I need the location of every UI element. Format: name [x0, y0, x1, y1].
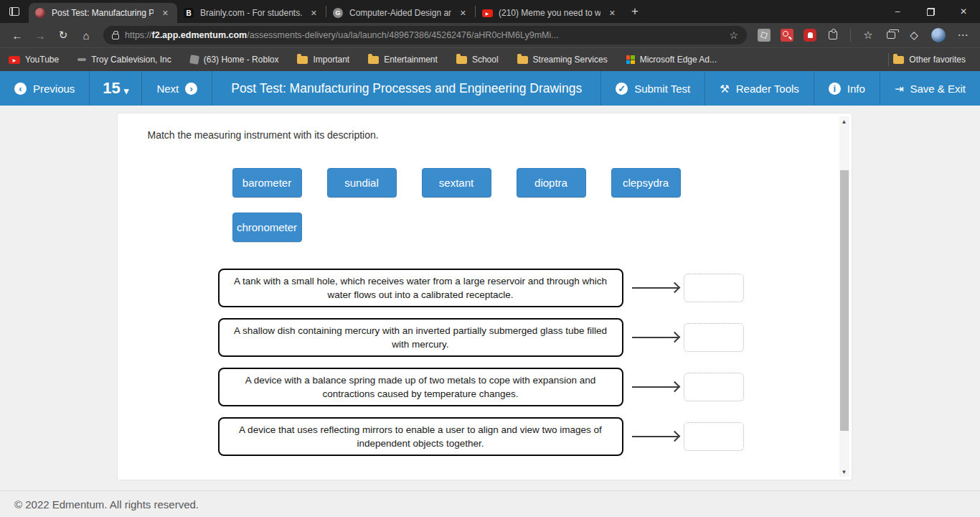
tab-title: Post Test: Manufacturing Process [52, 8, 154, 18]
next-button[interactable]: Next › [142, 71, 212, 106]
tile-sextant[interactable]: sextant [422, 168, 491, 197]
back-icon[interactable]: ← [7, 26, 27, 45]
previous-button[interactable]: ‹ Previous [0, 71, 89, 106]
scroll-down-icon[interactable]: ▼ [842, 467, 847, 477]
arrow-icon [632, 386, 678, 388]
forward-icon[interactable]: → [30, 26, 50, 45]
bookmark-roblox[interactable]: (63) Home - Roblox [190, 55, 279, 65]
collections-icon[interactable] [887, 32, 895, 39]
card-scrollbar[interactable]: ▲ ▼ [839, 116, 849, 477]
tile-barometer[interactable]: barometer [232, 168, 302, 197]
favorites-star-icon[interactable]: ☆ [858, 26, 878, 45]
arrow-icon [632, 287, 678, 289]
vertical-tabs-icon [9, 7, 19, 16]
reader-tools-button[interactable]: ⚒ Reader Tools [705, 71, 814, 106]
extensions-puzzle-icon[interactable] [829, 31, 837, 39]
minimize-button[interactable]: – [881, 0, 914, 23]
tab-actions-menu-button[interactable] [0, 0, 29, 23]
brainly-favicon-icon: B [183, 7, 194, 19]
sign-out-icon: ⇥ [895, 83, 904, 94]
bookmark-folder-important[interactable]: Important [297, 55, 349, 65]
tile-dioptra[interactable]: dioptra [517, 168, 586, 197]
tab-close-icon[interactable]: ✕ [457, 7, 469, 19]
bookmark-youtube[interactable]: ▶YouTube [9, 55, 59, 65]
bookmark-folder-entertainment[interactable]: Entertainment [368, 55, 438, 65]
tab-title: Brainly.com - For students. By st [200, 8, 302, 18]
tab-cad[interactable]: G Computer-Aided Design and Pro ✕ [326, 3, 475, 23]
tab-close-icon[interactable]: ✕ [159, 7, 171, 19]
scroll-up-icon[interactable]: ▲ [842, 116, 847, 126]
new-tab-button[interactable]: + [624, 1, 646, 22]
answer-drop-zone[interactable] [684, 373, 744, 401]
arrow-left-circle-icon: ‹ [14, 83, 27, 95]
home-icon[interactable]: ⌂ [76, 26, 96, 45]
restore-button[interactable] [914, 0, 947, 23]
roblox-extension-icon[interactable] [758, 29, 771, 42]
match-row: A device with a balance spring made up o… [218, 368, 852, 406]
tab-close-icon[interactable]: ✕ [308, 7, 320, 19]
bookmark-folder-streaming[interactable]: Streaming Services [517, 55, 608, 65]
folder-icon [517, 56, 528, 64]
refresh-icon[interactable]: ↻ [53, 26, 73, 45]
tile-chronometer[interactable]: chronometer [232, 213, 302, 242]
description-box: A tank with a small hole, which receives… [218, 269, 623, 307]
toolbar-divider [850, 29, 851, 42]
bookmark-folder-school[interactable]: School [456, 55, 499, 65]
folder-icon [893, 56, 904, 64]
chevron-down-icon: ▾ [124, 85, 129, 96]
bookmarks-divider [888, 53, 889, 66]
arrow-icon [632, 337, 678, 338]
wrench-icon: ⚒ [720, 83, 729, 94]
match-row: A device that uses reflecting mirrors to… [218, 417, 852, 456]
profile-avatar[interactable] [931, 28, 946, 42]
url-text[interactable]: https://f2.app.edmentum.com/assessments-… [125, 30, 723, 40]
folder-icon [456, 56, 467, 64]
tab-post-test[interactable]: Post Test: Manufacturing Process ✕ [29, 3, 177, 23]
question-number-dropdown[interactable]: 15 ▾ [90, 71, 141, 106]
address-bar[interactable]: https://f2.app.edmentum.com/assessments-… [103, 26, 747, 45]
toolbar-separator [212, 71, 212, 106]
sparkle-icon[interactable]: ◇ [904, 26, 924, 45]
tab-youtube[interactable]: ▶ (210) Meme you need to watch b ✕ [476, 3, 624, 23]
search-extension-icon[interactable] [781, 29, 793, 42]
answer-drop-zone[interactable] [684, 422, 744, 451]
test-toolbar: ‹ Previous 15 ▾ Next › Post Test: Manufa… [0, 71, 980, 106]
browser-titlebar: Post Test: Manufacturing Process ✕ B Bra… [0, 0, 980, 23]
close-window-button[interactable]: ✕ [947, 0, 980, 23]
tab-close-icon[interactable]: ✕ [606, 7, 618, 19]
test-title: Post Test: Manufacturing Processes and E… [231, 81, 582, 96]
youtube-icon: ▶ [9, 56, 20, 64]
arrow-icon [632, 436, 678, 437]
add-favorite-icon[interactable]: ☆ [729, 29, 738, 41]
settings-more-icon[interactable]: ⋯ [953, 26, 973, 45]
answer-drop-zone[interactable] [684, 274, 744, 302]
answer-tiles-row-1: barometer sundial sextant dioptra clepsy… [118, 168, 852, 197]
tile-clepsydra[interactable]: clepsydra [611, 168, 681, 197]
info-circle-icon: i [829, 83, 841, 95]
folder-icon [297, 56, 308, 64]
info-button[interactable]: i Info [814, 71, 880, 106]
roblox-icon [189, 55, 199, 65]
submit-test-button[interactable]: ✓ Submit Test [601, 71, 705, 106]
bookmark-troy-cablevision[interactable]: Troy Cablevision, Inc [77, 55, 171, 65]
other-favorites-button[interactable]: Other favorites [893, 55, 966, 65]
browser-navbar: ← → ↻ ⌂ https://f2.app.edmentum.com/asse… [0, 23, 980, 47]
tab-brainly[interactable]: B Brainly.com - For students. By st ✕ [177, 3, 326, 23]
tab-title: (210) Meme you need to watch b [499, 8, 600, 18]
page-footer: © 2022 Edmentum. All rights reserved. [0, 490, 980, 517]
scrollbar-thumb[interactable] [840, 170, 849, 431]
tile-sundial[interactable]: sundial [327, 168, 397, 197]
description-box: A shallow dish containing mercury with a… [218, 318, 623, 357]
question-prompt: Match the measuring instrument with its … [118, 113, 852, 141]
window-controls: – ✕ [881, 0, 980, 23]
folder-icon [368, 56, 379, 64]
adblock-hand-extension-icon[interactable] [804, 29, 816, 42]
answer-drop-zone[interactable] [684, 323, 744, 352]
test-content-area: Match the measuring instrument with its … [0, 106, 980, 490]
match-row: A shallow dish containing mercury with a… [218, 318, 852, 357]
youtube-favicon-icon: ▶ [481, 7, 493, 19]
edmentum-favicon-icon [34, 7, 46, 19]
answer-tiles-row-2: chronometer [118, 213, 852, 242]
save-exit-button[interactable]: ⇥ Save & Exit [880, 71, 980, 106]
bookmark-ms-edge[interactable]: Microsoft Edge Ad... [626, 55, 717, 65]
